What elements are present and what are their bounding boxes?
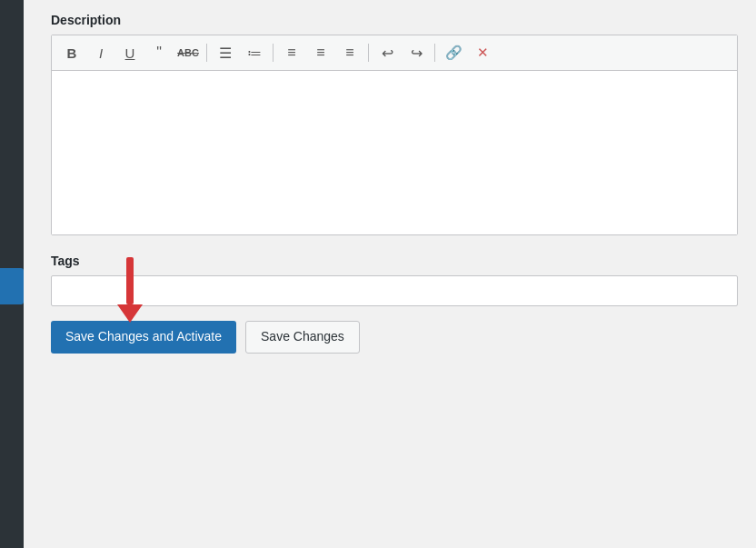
sidebar bbox=[0, 0, 24, 548]
underline-button[interactable]: U bbox=[117, 41, 143, 65]
ordered-list-button[interactable]: ≔ bbox=[242, 41, 267, 65]
arrow-indicator bbox=[117, 257, 143, 323]
remove-format-button[interactable]: ✕ bbox=[470, 41, 495, 65]
save-button[interactable]: Save Changes bbox=[245, 321, 360, 354]
align-right-button[interactable]: ≡ bbox=[337, 41, 363, 65]
toolbar-divider-3 bbox=[368, 44, 369, 62]
toolbar-divider-4 bbox=[434, 44, 435, 62]
editor-container: B I U " ABC ☰ ≔ ≡ ≡ ≡ ↩ ↪ 🔗 ✕ bbox=[51, 35, 738, 235]
buttons-row: Save Changes and Activate Save Changes bbox=[51, 321, 738, 354]
redo-button[interactable]: ↪ bbox=[403, 41, 429, 65]
strikethrough-button[interactable]: ABC bbox=[175, 41, 201, 65]
unordered-list-button[interactable]: ☰ bbox=[213, 41, 238, 65]
arrow-shaft bbox=[126, 257, 134, 304]
blockquote-button[interactable]: " bbox=[146, 41, 172, 65]
main-content: Description B I U " ABC ☰ ≔ ≡ ≡ ≡ ↩ ↪ 🔗 … bbox=[24, 0, 756, 548]
align-center-button[interactable]: ≡ bbox=[308, 41, 333, 65]
toolbar-divider-1 bbox=[206, 44, 207, 62]
editor-area[interactable] bbox=[52, 71, 737, 234]
align-left-button[interactable]: ≡ bbox=[279, 41, 304, 65]
tags-label: Tags bbox=[51, 254, 738, 268]
undo-button[interactable]: ↩ bbox=[374, 41, 400, 65]
tags-input[interactable] bbox=[51, 275, 738, 306]
link-button[interactable]: 🔗 bbox=[441, 41, 466, 65]
bold-button[interactable]: B bbox=[59, 41, 85, 65]
tags-section: Tags bbox=[51, 254, 738, 306]
description-label: Description bbox=[51, 13, 738, 27]
toolbar-divider-2 bbox=[273, 44, 274, 62]
arrow-head bbox=[117, 304, 143, 323]
save-and-activate-button[interactable]: Save Changes and Activate bbox=[51, 321, 236, 354]
sidebar-active-indicator bbox=[0, 268, 24, 304]
editor-toolbar: B I U " ABC ☰ ≔ ≡ ≡ ≡ ↩ ↪ 🔗 ✕ bbox=[52, 35, 737, 71]
italic-button[interactable]: I bbox=[88, 41, 114, 65]
